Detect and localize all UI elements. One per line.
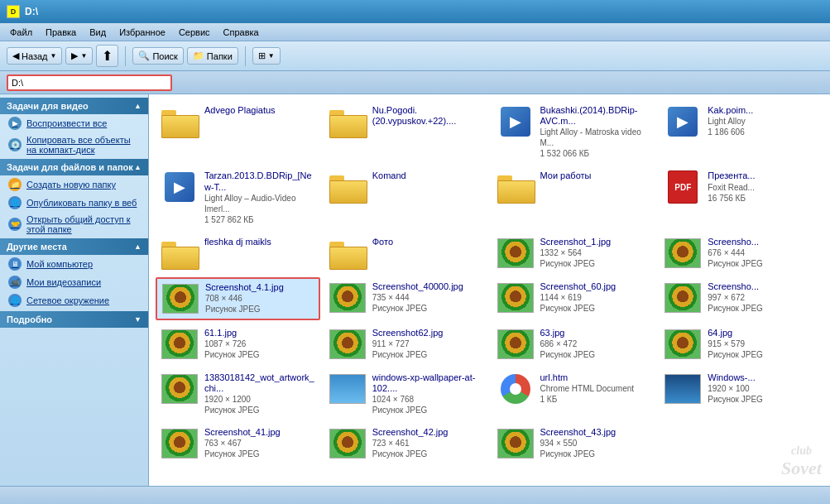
- file-meta-screenshot41b: 763 × 467Рисунок JPEG: [204, 438, 316, 459]
- sidebar-section-files-arrow: ▲: [134, 163, 142, 171]
- file-thumb-kak: ▶: [663, 105, 703, 138]
- sidebar-section-details: Подробно ▼: [0, 311, 148, 328]
- sidebar-item-share[interactable]: 🤝 Открыть общий доступ к этой папке: [0, 212, 148, 237]
- sidebar-item-network-label: Сетевое окружение: [26, 295, 109, 305]
- folders-button[interactable]: 📁 Папки: [187, 47, 238, 65]
- menu-favorites[interactable]: Избранное: [113, 26, 172, 39]
- file-item-screenshot40000[interactable]: Screenshot_40000.jpg 735 × 444Рисунок JP…: [324, 277, 488, 320]
- back-label: Назад: [22, 51, 48, 61]
- file-meta-61: 1087 × 726Рисунок JPEG: [204, 338, 316, 360]
- folder-icon-moi-raboty: [497, 172, 534, 202]
- sidebar-section-files-header[interactable]: Задачи для файлов и папок ▲: [0, 159, 148, 175]
- file-meta-tarzan: Light Alloy – Audio-Video Imerl...1 527 …: [204, 193, 316, 225]
- file-item-screenshot1[interactable]: Screenshot_1.jpg 1332 × 564Рисунок JPEG: [492, 233, 656, 274]
- file-item-screenshot41[interactable]: Screenshot_4.1.jpg 708 × 446Рисунок JPEG: [156, 277, 320, 320]
- sidebar-section-files-label: Задачи для файлов и папок: [7, 162, 133, 172]
- file-info-61: 61.1.jpg 1087 × 726Рисунок JPEG: [204, 328, 316, 360]
- sidebar-item-copy-disc[interactable]: 💿 Копировать все объекты на компакт-диск: [0, 132, 148, 157]
- folder-icon-fleshka: [161, 238, 198, 268]
- menu-tools[interactable]: Сервис: [172, 26, 217, 39]
- file-info-kak: Kak.poim... Light Alloy1 186 606: [708, 105, 819, 137]
- file-info-bukashki: Bukashki.(2014).BDRip-AVC.m... Light All…: [540, 105, 652, 159]
- file-item-bukashki[interactable]: ▶ Bukashki.(2014).BDRip-AVC.m... Light A…: [492, 101, 656, 163]
- file-item-screenshot62[interactable]: Screenshot62.jpg 911 × 727Рисунок JPEG: [324, 324, 488, 365]
- file-item-foto[interactable]: Фото: [324, 233, 488, 274]
- up-button[interactable]: ⬆: [96, 45, 118, 67]
- sidebar-item-new-folder[interactable]: 📁 Создать новую папку: [0, 175, 148, 194]
- file-item-moi-raboty[interactable]: Мои работы: [492, 166, 656, 228]
- sidebar-item-publish-web[interactable]: 🌐 Опубликовать папку в веб: [0, 194, 148, 212]
- file-thumb-windows-d: [663, 372, 703, 406]
- file-area: Advego Plagiatus Nu.Pogodi.(20.vypuskov.…: [149, 94, 830, 486]
- file-thumb-url: [496, 372, 535, 406]
- file-meta-63: 686 × 472Рисунок JPEG: [540, 338, 652, 360]
- sidebar-section-video: Задачи для видео ▲ ▶ Воспроизвести все 💿…: [0, 98, 148, 157]
- view-button[interactable]: ⊞ ▼: [252, 47, 281, 65]
- lightalloy-icon-tarzan: ▶: [165, 172, 194, 202]
- folder-icon-advego: [161, 107, 198, 137]
- folders-icon: 📁: [193, 50, 204, 61]
- file-item-screenshot41b[interactable]: Screenshot_41.jpg 763 × 467Рисунок JPEG: [156, 423, 320, 464]
- sidebar-section-details-arrow: ▼: [134, 315, 142, 324]
- file-info-63: 63.jpg 686 × 472Рисунок JPEG: [540, 328, 652, 360]
- sidebar-item-my-videos[interactable]: 📹 Мои видеозаписи: [0, 273, 148, 291]
- back-button[interactable]: ◀ Назад ▼: [7, 47, 62, 65]
- up-icon: ⬆: [102, 48, 113, 64]
- file-info-winxp: windows-xp-wallpaper-at-102.... 1024 × 7…: [372, 372, 484, 415]
- file-item-nu-pogodi[interactable]: Nu.Pogodi.(20.vypuskov.+22)....: [324, 101, 488, 163]
- menu-edit[interactable]: Правка: [39, 26, 83, 39]
- file-meta-screenshot1: 1332 × 564Рисунок JPEG: [540, 247, 652, 269]
- file-meta-screenshot43: 934 × 550Рисунок JPEG: [540, 438, 652, 459]
- file-meta-windows-d: 1920 × 100Рисунок JPEG: [708, 383, 819, 405]
- file-item-url[interactable]: url.htm Chrome HTML Document1 КБ: [492, 368, 656, 420]
- lightalloy-icon-kak: ▶: [668, 107, 698, 137]
- sidebar-item-my-computer[interactable]: 🖥 Мой компьютер: [0, 255, 148, 273]
- sidebar-item-my-computer-label: Мой компьютер: [26, 259, 93, 269]
- my-videos-icon: 📹: [8, 276, 22, 289]
- sidebar-section-details-header[interactable]: Подробно ▼: [0, 311, 148, 328]
- file-info-foto: Фото: [372, 237, 484, 247]
- file-item-tarzan[interactable]: ▶ Tarzan.2013.D.BDRip_[New-T... Light Al…: [156, 166, 320, 228]
- search-button[interactable]: 🔍 Поиск: [132, 47, 183, 65]
- file-item-screenshot43[interactable]: Screenshot_43.jpg 934 × 550Рисунок JPEG: [492, 423, 656, 464]
- network-icon: 🌐: [8, 294, 22, 307]
- sidebar-item-network[interactable]: 🌐 Сетевое окружение: [0, 291, 148, 310]
- file-name-winxp: windows-xp-wallpaper-at-102....: [372, 372, 484, 394]
- file-item-screenshot-b[interactable]: Screensho... 676 × 444Рисунок JPEG: [659, 233, 823, 274]
- img-thumb-screenshot60: [497, 283, 534, 313]
- address-input[interactable]: [7, 74, 172, 91]
- menu-help[interactable]: Справка: [217, 26, 266, 39]
- file-item-screenshot-c[interactable]: Screensho... 997 × 672Рисунок JPEG: [659, 277, 823, 320]
- file-item-screenshot42[interactable]: Screenshot_42.jpg 723 × 461Рисунок JPEG: [324, 423, 488, 464]
- file-item-advego[interactable]: Advego Plagiatus: [156, 101, 320, 163]
- file-item-fleshka[interactable]: fleshka dj maikls: [156, 233, 320, 274]
- menu-file[interactable]: Файл: [3, 26, 39, 39]
- file-item-komand[interactable]: Komand: [324, 166, 488, 228]
- file-name-fleshka: fleshka dj maikls: [204, 237, 316, 247]
- file-item-63[interactable]: 63.jpg 686 × 472Рисунок JPEG: [492, 324, 656, 365]
- file-info-wot: 1383018142_wot_artwork_chi... 1920 × 120…: [204, 372, 316, 415]
- file-item-windows-d[interactable]: Windows-... 1920 × 100Рисунок JPEG: [659, 368, 823, 420]
- sidebar-item-publish-web-label: Опубликовать папку в веб: [26, 198, 137, 208]
- file-item-64[interactable]: 64.jpg 915 × 579Рисунок JPEG: [659, 324, 823, 365]
- file-item-screenshot60[interactable]: Screenshot_60.jpg 1144 × 619Рисунок JPEG: [492, 277, 656, 320]
- forward-icon: ▶: [71, 50, 78, 61]
- file-item-61[interactable]: 61.1.jpg 1087 × 726Рисунок JPEG: [156, 324, 320, 365]
- sidebar-section-places-header[interactable]: Другие места ▲: [0, 238, 148, 255]
- file-item-wot[interactable]: 1383018142_wot_artwork_chi... 1920 × 120…: [156, 368, 320, 420]
- file-info-screenshot60: Screenshot_60.jpg 1144 × 619Рисунок JPEG: [540, 281, 652, 314]
- img-thumb-61: [161, 329, 198, 359]
- forward-button[interactable]: ▶ ▼: [65, 47, 93, 65]
- sidebar-section-details-label: Подробно: [7, 314, 52, 324]
- file-thumb-advego: [160, 105, 199, 138]
- sidebar-item-play-all[interactable]: ▶ Воспроизвести все: [0, 114, 148, 132]
- view-dropdown-icon: ▼: [268, 52, 275, 60]
- file-name-foto: Фото: [372, 237, 484, 247]
- file-item-winxp[interactable]: windows-xp-wallpaper-at-102.... 1024 × 7…: [324, 368, 488, 420]
- file-meta-screenshot60: 1144 × 619Рисунок JPEG: [540, 292, 652, 314]
- sidebar-section-video-header[interactable]: Задачи для видео ▲: [0, 98, 148, 114]
- file-item-prezenta[interactable]: PDF Презента... Foxit Read...16 756 КБ: [659, 166, 823, 228]
- file-thumb-61: [160, 328, 199, 361]
- file-item-kak[interactable]: ▶ Kak.poim... Light Alloy1 186 606: [659, 101, 823, 163]
- menu-view[interactable]: Вид: [83, 26, 113, 39]
